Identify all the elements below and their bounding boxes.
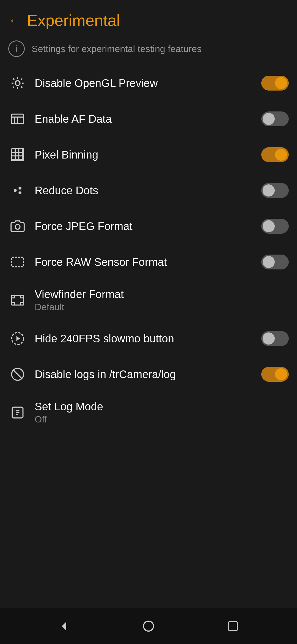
toggle-hide-240fps[interactable] — [261, 331, 289, 346]
setting-force-jpeg[interactable]: Force JPEG Format — [0, 208, 297, 244]
setting-label: Viewfinder Format — [35, 288, 289, 301]
toggle-container[interactable] — [261, 331, 289, 346]
back-button[interactable]: ← — [8, 14, 21, 27]
info-icon: i — [8, 40, 25, 57]
setting-hide-240fps[interactable]: Hide 240FPS slowmo button — [0, 321, 297, 356]
toggle-knob — [263, 220, 275, 232]
svg-line-5 — [13, 78, 14, 80]
toggle-container[interactable] — [261, 255, 289, 269]
setting-content: Viewfinder Format Default — [35, 288, 289, 312]
setting-pixel-binning[interactable]: Pixel Binning — [0, 137, 297, 173]
grid-icon — [8, 145, 27, 164]
svg-line-7 — [21, 78, 22, 80]
svg-marker-35 — [62, 622, 66, 631]
toggle-container[interactable] — [261, 111, 289, 126]
setting-enable-af[interactable]: Enable AF Data — [0, 101, 297, 137]
toggle-container[interactable] — [261, 219, 289, 234]
setting-content: Enable AF Data — [35, 113, 254, 125]
setting-content: Force JPEG Format — [35, 220, 254, 233]
svg-point-23 — [15, 225, 20, 229]
sun-icon — [8, 74, 27, 92]
nav-bar — [0, 608, 297, 644]
svg-point-20 — [14, 189, 17, 192]
svg-rect-37 — [229, 622, 237, 631]
svg-point-36 — [144, 621, 153, 631]
setting-label: Disable OpenGL Preview — [35, 77, 254, 89]
setting-label: Enable AF Data — [35, 113, 254, 125]
svg-line-8 — [13, 86, 14, 88]
setting-viewfinder-format[interactable]: Viewfinder Format Default — [0, 280, 297, 321]
toggle-container[interactable] — [261, 76, 289, 91]
setting-subtitle: Default — [35, 302, 289, 312]
page-title: Experimental — [27, 11, 120, 29]
toggle-knob — [275, 149, 287, 161]
svg-rect-24 — [12, 257, 23, 267]
viewfinder-icon — [8, 291, 27, 310]
toggle-disable-opengl[interactable] — [261, 76, 289, 91]
setting-label: Set Log Mode — [35, 400, 289, 413]
dots-icon — [8, 181, 27, 200]
toggle-knob — [263, 332, 275, 345]
toggle-knob — [275, 368, 287, 380]
setting-label: Force RAW Sensor Format — [35, 256, 254, 268]
toggle-enable-af[interactable] — [261, 111, 289, 126]
setting-content: Force RAW Sensor Format — [35, 256, 254, 268]
log-icon — [8, 403, 27, 422]
toggle-knob — [263, 256, 275, 268]
toggle-disable-logs[interactable] — [261, 367, 289, 382]
af-icon — [8, 110, 27, 128]
setting-label: Pixel Binning — [35, 149, 254, 161]
nav-home-button[interactable] — [138, 615, 160, 637]
camera-icon — [8, 217, 27, 236]
nav-back-button[interactable] — [53, 615, 75, 637]
svg-point-0 — [15, 81, 20, 85]
nav-recents-button[interactable] — [222, 615, 244, 637]
setting-label: Reduce Dots — [35, 184, 254, 197]
setting-reduce-dots[interactable]: Reduce Dots — [0, 173, 297, 208]
toggle-force-jpeg[interactable] — [261, 219, 289, 234]
disable-icon — [8, 365, 27, 384]
setting-content: Disable OpenGL Preview — [35, 77, 254, 89]
svg-point-34 — [14, 410, 15, 411]
info-row: i Settings for experimental testing feat… — [0, 35, 297, 65]
svg-line-29 — [13, 370, 22, 379]
toggle-container[interactable] — [261, 183, 289, 198]
setting-content: Hide 240FPS slowmo button — [35, 332, 254, 345]
toggle-knob — [263, 113, 275, 125]
setting-set-log-mode[interactable]: Set Log Mode Off — [0, 392, 297, 433]
toggle-knob — [275, 77, 287, 89]
svg-rect-25 — [12, 296, 23, 305]
setting-subtitle: Off — [35, 414, 289, 425]
svg-line-6 — [21, 86, 22, 88]
header: ← Experimental — [0, 0, 297, 35]
svg-point-22 — [18, 191, 21, 194]
setting-disable-logs[interactable]: Disable logs in /trCamera/log — [0, 356, 297, 392]
setting-force-raw[interactable]: Force RAW Sensor Format — [0, 244, 297, 280]
svg-point-21 — [18, 187, 21, 190]
svg-rect-13 — [12, 149, 23, 160]
setting-label: Hide 240FPS slowmo button — [35, 332, 254, 345]
toggle-force-raw[interactable] — [261, 255, 289, 269]
info-text: Settings for experimental testing featur… — [32, 43, 202, 54]
setting-label: Disable logs in /trCamera/log — [35, 368, 254, 381]
toggle-reduce-dots[interactable] — [261, 183, 289, 198]
toggle-pixel-binning[interactable] — [261, 147, 289, 162]
setting-label: Force JPEG Format — [35, 220, 254, 233]
setting-content: Set Log Mode Off — [35, 400, 289, 425]
raw-icon — [8, 253, 27, 271]
toggle-knob — [263, 184, 275, 197]
svg-marker-27 — [16, 336, 20, 341]
setting-content: Disable logs in /trCamera/log — [35, 368, 254, 381]
toggle-container[interactable] — [261, 147, 289, 162]
setting-content: Pixel Binning — [35, 149, 254, 161]
settings-list: Disable OpenGL Preview Enable AF Data — [0, 65, 297, 608]
toggle-container[interactable] — [261, 367, 289, 382]
setting-content: Reduce Dots — [35, 184, 254, 197]
slowmo-icon — [8, 329, 27, 348]
setting-disable-opengl[interactable]: Disable OpenGL Preview — [0, 65, 297, 101]
